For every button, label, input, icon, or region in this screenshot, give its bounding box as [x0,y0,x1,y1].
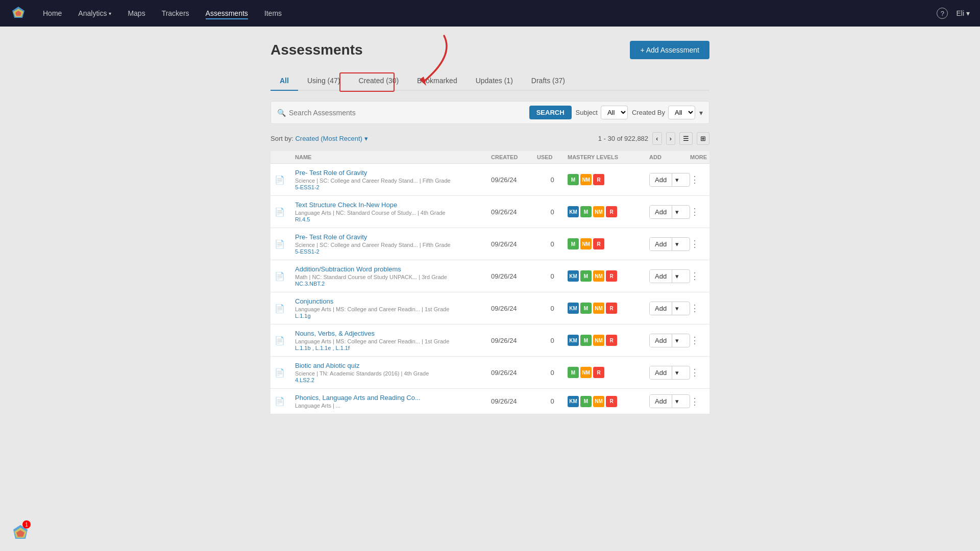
nav-home[interactable]: Home [43,7,62,19]
prev-page-button[interactable]: ‹ [652,132,662,145]
col-mastery: MASTERY LEVELS [568,154,649,160]
assessment-name[interactable]: Biotic and Abiotic quiz [295,362,491,369]
more-options-button[interactable]: ⋮ [690,303,705,314]
add-button[interactable]: Add [650,206,672,218]
user-menu[interactable]: Eli ▾ [956,9,970,17]
badge-m: M [580,270,592,282]
search-input[interactable] [289,109,391,117]
mastery-badges: KMMNMR [568,396,649,407]
add-dropdown: Add ▾ [649,237,690,251]
badge-km: KM [568,303,579,314]
add-button[interactable]: Add [650,238,672,251]
row-code: L.1.1b , L.1.1e , L.1.1f [295,345,491,351]
tabs: All Using (47) Created (30) Bookmarked U… [271,71,709,91]
nav-maps[interactable]: Maps [128,7,145,19]
main-content: Assessments + Add Assessment All Using (… [260,27,720,429]
table-row: 📄 Text Structure Check In-New Hope Langu… [271,196,709,228]
list-view-button[interactable]: ☰ [679,132,693,145]
add-button[interactable]: Add [650,173,672,186]
badge-km: KM [568,396,579,407]
row-doc-icon: 📄 [275,175,295,185]
search-input-wrapper: 🔍 [277,109,525,117]
mastery-badges: KMMNMR [568,270,649,282]
tab-using[interactable]: Using (47) [298,71,350,91]
badge-nm: NM [593,396,604,407]
add-arrow-icon[interactable]: ▾ [672,334,682,347]
add-button[interactable]: Add [650,366,672,379]
assessment-name[interactable]: Nouns, Verbs, & Adjectives [295,330,491,337]
row-doc-icon: 📄 [275,336,295,345]
sort-value[interactable]: Created (Most Recent) ▾ [295,135,368,142]
badge-nm: NM [580,367,592,378]
tabs-wrapper: All Using (47) Created (30) Bookmarked U… [271,71,709,91]
sort-row: Sort by: Created (Most Recent) ▾ 1 - 30 … [271,132,709,145]
add-arrow-icon[interactable]: ▾ [672,270,682,283]
mastery-badges: MNMR [568,238,649,249]
row-date: 09/26/24 [491,337,537,344]
badge-km: KM [568,270,579,282]
row-date: 09/26/24 [491,305,537,312]
more-options-button[interactable]: ⋮ [690,270,705,282]
search-bar: 🔍 SEARCH Subject All Created By All ▾ [271,101,709,124]
row-code: 4.LS2.2 [295,377,491,383]
row-used: 0 [537,369,568,377]
more-options-button[interactable]: ⋮ [690,367,705,378]
row-meta: Language Arts | ... [295,403,491,409]
assessment-name[interactable]: Addition/Subtraction Word problems [295,265,491,273]
search-icon: 🔍 [277,109,286,117]
more-options-button[interactable]: ⋮ [690,206,705,217]
add-arrow-icon[interactable]: ▾ [672,173,682,186]
more-options-button[interactable]: ⋮ [690,396,705,407]
add-button[interactable]: Add [650,334,672,347]
tab-all[interactable]: All [271,71,298,91]
filter-expand-icon[interactable]: ▾ [699,109,703,117]
nav-items[interactable]: Items [264,7,282,19]
tab-created[interactable]: Created (30) [349,71,408,91]
row-name-col: Nouns, Verbs, & Adjectives Language Arts… [295,330,491,351]
badge-nm: NM [593,206,604,217]
add-assessment-button[interactable]: + Add Assessment [630,41,709,59]
search-button[interactable]: SEARCH [529,106,572,119]
help-icon[interactable]: ? [937,8,948,19]
add-arrow-icon[interactable]: ▾ [672,302,682,315]
nav-assessments[interactable]: Assessments [206,7,248,19]
grid-view-button[interactable]: ⊞ [697,132,709,145]
mastery-badges: KMMNMR [568,335,649,346]
row-used: 0 [537,337,568,344]
assessment-name[interactable]: Conjunctions [295,297,491,305]
add-button[interactable]: Add [650,270,672,283]
badge-km: KM [568,335,579,346]
assessment-name[interactable]: Pre- Test Role of Gravity [295,169,491,177]
next-page-button[interactable]: › [666,132,675,145]
nav-analytics[interactable]: Analytics ▾ [78,7,111,19]
row-used: 0 [537,397,568,405]
add-arrow-icon[interactable]: ▾ [672,238,682,251]
badge-nm: NM [580,174,592,185]
row-date: 09/26/24 [491,397,537,405]
tab-updates[interactable]: Updates (1) [467,71,522,91]
row-used: 0 [537,208,568,216]
assessment-name[interactable]: Phonics, Language Arts and Reading Co... [295,394,491,402]
more-options-button[interactable]: ⋮ [690,335,705,346]
subject-filter: Subject All [576,106,628,119]
user-chevron-icon: ▾ [966,9,970,17]
table-row: 📄 Biotic and Abiotic quiz Science | TN: … [271,357,709,389]
row-doc-icon: 📄 [275,271,295,281]
subject-select[interactable]: All [601,106,628,119]
tab-bookmarked[interactable]: Bookmarked [408,71,467,91]
add-button[interactable]: Add [650,395,672,408]
add-button[interactable]: Add [650,302,672,315]
assessment-name[interactable]: Text Structure Check In-New Hope [295,201,491,209]
nav-trackers[interactable]: Trackers [162,7,189,19]
more-options-button[interactable]: ⋮ [690,238,705,249]
badge-r: R [606,303,617,314]
add-arrow-icon[interactable]: ▾ [672,206,682,218]
more-options-button[interactable]: ⋮ [690,174,705,185]
add-arrow-icon[interactable]: ▾ [672,395,682,408]
assessment-name[interactable]: Pre- Test Role of Gravity [295,233,491,241]
add-arrow-icon[interactable]: ▾ [672,366,682,379]
table-row: 📄 Pre- Test Role of Gravity Science | SC… [271,164,709,196]
created-by-select[interactable]: All [668,106,695,119]
table-row: 📄 Phonics, Language Arts and Reading Co.… [271,389,709,414]
tab-drafts[interactable]: Drafts (37) [522,71,574,91]
